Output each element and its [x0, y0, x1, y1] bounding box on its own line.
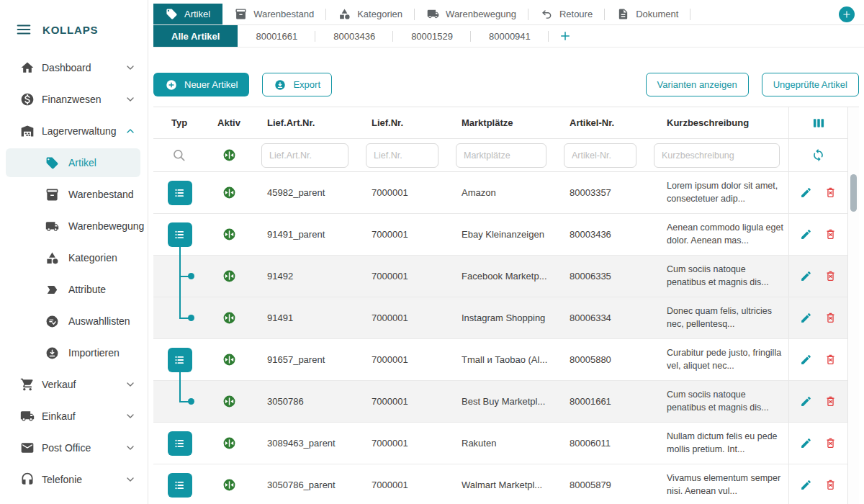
sidebar-item-telefonie[interactable]: Telefonie [0, 464, 148, 495]
sidebar-item-verkauf[interactable]: Verkauf [0, 369, 148, 400]
column-header-lief-nr[interactable]: Lief.Nr. [357, 117, 447, 128]
tag-icon [166, 8, 178, 20]
sidebar-item-label: Dashboard [42, 62, 91, 73]
article-list-icon[interactable] [168, 348, 192, 372]
article-tab-80001661[interactable]: 80001661 [238, 25, 315, 47]
filter-input-lief-nr-[interactable] [366, 143, 438, 168]
delete-icon[interactable] [824, 312, 837, 324]
article-list-icon[interactable] [168, 473, 192, 498]
column-header-typ[interactable]: Typ [153, 117, 205, 128]
cart-icon [20, 377, 35, 392]
filter-cell [645, 143, 788, 168]
brand-name: KOLLAPS [42, 24, 98, 36]
new-article-button[interactable]: Neuer Artikel [153, 73, 249, 96]
export-download-icon [274, 78, 287, 91]
delete-icon[interactable] [824, 354, 837, 366]
sidebar-item-attribute[interactable]: Attribute [0, 274, 148, 305]
delete-icon[interactable] [824, 437, 837, 449]
article-tab-alle-artikel[interactable]: Alle Artikel [153, 25, 238, 47]
refresh-icon[interactable] [811, 148, 825, 162]
edit-icon[interactable] [800, 479, 812, 491]
delete-icon[interactable] [824, 479, 837, 491]
edit-icon[interactable] [800, 312, 812, 324]
article-list-icon[interactable] [168, 222, 192, 247]
sidebar-item-label: Kategorien [68, 252, 117, 264]
filter-input-artikel-nr-[interactable] [564, 143, 636, 168]
delete-icon[interactable] [824, 270, 837, 282]
delete-icon[interactable] [824, 395, 837, 408]
sidebar-nav: Dashboard Finanzwesen Lagerverwaltung Ar… [0, 49, 148, 495]
column-header-marktplaetze[interactable]: Marktplätze [447, 117, 555, 128]
typ-filter-cell [153, 148, 205, 163]
sidebar-item-warenbewegung[interactable]: Warenbewegung [0, 210, 148, 242]
tab-kategorien[interactable]: Kategorien [326, 4, 415, 24]
typ-cell [153, 172, 205, 213]
sidebar-item-label: Einkauf [42, 410, 76, 422]
lief-art-nr-cell: 3089463_parent [253, 438, 357, 449]
sidebar-item-artikel[interactable]: Artikel [0, 147, 148, 179]
show-variants-button[interactable]: Varianten anzeigen [646, 73, 749, 96]
add-article-tab-button[interactable] [559, 30, 572, 42]
active-status-icon[interactable] [222, 148, 236, 162]
article-tab-80000941[interactable]: 80000941 [471, 25, 549, 47]
sidebar-item-warenbestand[interactable]: Warenbestand [0, 179, 148, 210]
delete-icon[interactable] [824, 186, 837, 199]
article-tab-80001529[interactable]: 80001529 [393, 25, 471, 47]
edit-icon[interactable] [800, 228, 812, 240]
lief-art-nr-cell: 91492 [253, 271, 357, 282]
add-tab-button[interactable] [839, 6, 855, 22]
sidebar-item-importieren[interactable]: Importieren [0, 337, 148, 369]
tab-warenbewegung[interactable]: Warenbewegung [415, 4, 528, 24]
article-tab-80003436[interactable]: 80003436 [315, 25, 393, 47]
unverified-articles-button[interactable]: Ungeprüfte Artikel [762, 73, 859, 96]
artikel-nr-cell: 80003436 [555, 229, 645, 240]
sidebar-item-dashboard[interactable]: Dashboard [0, 52, 148, 84]
column-header-lief-art-nr[interactable]: Lief.Art.Nr. [253, 117, 357, 128]
tree-connector-line [179, 380, 181, 402]
edit-icon[interactable] [800, 186, 812, 199]
kurzbeschreibung-cell: Cum sociis natoque penatibus et magnis d… [645, 264, 788, 289]
table-row: 3050786_parent 7000001 Walmart Marketpl.… [153, 464, 847, 504]
row-actions [788, 172, 847, 213]
export-button[interactable]: Export [262, 73, 332, 96]
tab-warenbestand[interactable]: Warenbestand [222, 4, 326, 24]
document-icon [617, 8, 629, 20]
sidebar-item-auswahllisten[interactable]: Auswahllisten [0, 305, 148, 337]
kurzbeschreibung-cell: Nullam dictum felis eu pede mollis preti… [645, 431, 788, 456]
filter-input-marktpl-tze[interactable] [456, 143, 546, 168]
scrollbar-thumb[interactable] [850, 174, 857, 212]
tab-dokument[interactable]: Dokument [605, 4, 690, 24]
sidebar-item-lagerverwaltung[interactable]: Lagerverwaltung [0, 115, 148, 147]
column-header-kurzbeschreibung[interactable]: Kurzbeschreibung [645, 117, 788, 128]
sidebar-item-post-office[interactable]: Post Office [0, 432, 148, 464]
sidebar-item-label: Finanzwesen [42, 94, 102, 105]
tab-artikel[interactable]: Artikel [153, 4, 222, 24]
hamburger-icon[interactable] [16, 22, 32, 37]
filter-input-lief-art-nr-[interactable] [261, 143, 348, 168]
typ-cell [153, 297, 205, 338]
edit-icon[interactable] [800, 395, 812, 408]
article-list-icon[interactable] [168, 431, 192, 456]
sidebar-item-finanzwesen[interactable]: Finanzwesen [0, 84, 148, 115]
kurzbeschreibung-cell: Donec quam felis, ultricies nec, pellent… [645, 305, 788, 330]
vertical-scrollbar[interactable] [847, 107, 859, 504]
column-header-artikel-nr[interactable]: Artikel-Nr. [555, 117, 645, 128]
search-icon[interactable] [172, 148, 186, 163]
column-header-aktiv[interactable]: Aktiv [205, 117, 253, 128]
chevron-down-icon [125, 474, 136, 485]
tab-retoure[interactable]: Retoure [528, 4, 605, 24]
sidebar-item-kategorien[interactable]: Kategorien [0, 242, 148, 274]
article-tab-label: 80003436 [333, 31, 375, 42]
columns-icon[interactable] [811, 116, 826, 130]
edit-icon[interactable] [800, 354, 812, 366]
article-list-icon[interactable] [168, 181, 192, 205]
sidebar-item-einkauf[interactable]: Einkauf [0, 400, 148, 432]
article-tab-label: Alle Artikel [171, 31, 220, 42]
edit-icon[interactable] [800, 270, 812, 282]
edit-icon[interactable] [800, 437, 812, 449]
filter-input-kurzbeschreibung[interactable] [654, 143, 780, 168]
tab-label: Kategorien [357, 9, 402, 19]
lief-nr-cell: 7000001 [357, 396, 447, 407]
delete-icon[interactable] [824, 228, 837, 240]
filter-cell [357, 143, 447, 168]
